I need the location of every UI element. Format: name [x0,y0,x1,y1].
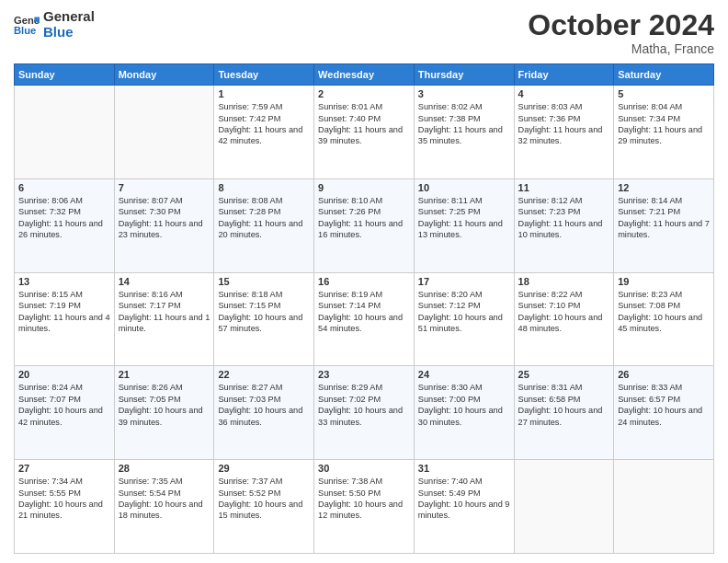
table-row [15,86,115,179]
table-row: 15Sunrise: 8:18 AM Sunset: 7:15 PM Dayli… [214,272,314,366]
day-info: Sunrise: 8:01 AM Sunset: 7:40 PM Dayligh… [318,101,410,147]
table-row: 2Sunrise: 8:01 AM Sunset: 7:40 PM Daylig… [314,86,415,179]
col-sunday: Sunday [15,64,115,86]
day-info: Sunrise: 8:26 AM Sunset: 7:05 PM Dayligh… [119,382,210,428]
day-number: 27 [18,463,110,474]
day-number: 26 [618,369,710,380]
day-info: Sunrise: 8:20 AM Sunset: 7:12 PM Dayligh… [418,289,510,335]
table-row: 5Sunrise: 8:04 AM Sunset: 7:34 PM Daylig… [614,86,714,179]
table-row: 18Sunrise: 8:22 AM Sunset: 7:10 PM Dayli… [514,272,614,366]
table-row: 11Sunrise: 8:12 AM Sunset: 7:23 PM Dayli… [514,178,614,272]
day-number: 11 [518,182,610,193]
table-row: 31Sunrise: 7:40 AM Sunset: 5:49 PM Dayli… [414,460,514,554]
calendar-week-row: 20Sunrise: 8:24 AM Sunset: 7:07 PM Dayli… [15,366,714,460]
day-info: Sunrise: 8:19 AM Sunset: 7:14 PM Dayligh… [318,289,410,335]
day-number: 18 [518,276,610,287]
table-row: 8Sunrise: 8:08 AM Sunset: 7:28 PM Daylig… [214,178,314,272]
day-number: 7 [119,182,210,193]
day-number: 30 [318,463,410,474]
table-row: 17Sunrise: 8:20 AM Sunset: 7:12 PM Dayli… [414,272,514,366]
page: General Blue General Blue October 2024 M… [0,0,728,563]
day-info: Sunrise: 8:33 AM Sunset: 6:57 PM Dayligh… [618,382,710,428]
day-info: Sunrise: 8:31 AM Sunset: 6:58 PM Dayligh… [518,382,610,428]
calendar-week-row: 13Sunrise: 8:15 AM Sunset: 7:19 PM Dayli… [15,272,714,366]
day-info: Sunrise: 8:27 AM Sunset: 7:03 PM Dayligh… [218,382,310,428]
day-number: 22 [218,369,310,380]
day-info: Sunrise: 8:18 AM Sunset: 7:15 PM Dayligh… [218,289,310,335]
day-info: Sunrise: 7:38 AM Sunset: 5:50 PM Dayligh… [318,476,410,522]
day-number: 9 [318,182,410,193]
table-row: 20Sunrise: 8:24 AM Sunset: 7:07 PM Dayli… [15,366,115,460]
day-info: Sunrise: 7:37 AM Sunset: 5:52 PM Dayligh… [218,476,310,522]
day-info: Sunrise: 8:10 AM Sunset: 7:26 PM Dayligh… [318,195,410,241]
table-row: 1Sunrise: 7:59 AM Sunset: 7:42 PM Daylig… [214,86,314,179]
day-number: 6 [18,182,110,193]
calendar-week-row: 27Sunrise: 7:34 AM Sunset: 5:55 PM Dayli… [15,460,714,554]
table-row: 29Sunrise: 7:37 AM Sunset: 5:52 PM Dayli… [214,460,314,554]
day-number: 3 [418,88,510,99]
day-info: Sunrise: 8:08 AM Sunset: 7:28 PM Dayligh… [218,195,310,241]
day-info: Sunrise: 8:24 AM Sunset: 7:07 PM Dayligh… [18,382,110,428]
day-number: 10 [418,182,510,193]
table-row: 9Sunrise: 8:10 AM Sunset: 7:26 PM Daylig… [314,178,415,272]
table-row: 22Sunrise: 8:27 AM Sunset: 7:03 PM Dayli… [214,366,314,460]
day-number: 28 [119,463,210,474]
table-row: 6Sunrise: 8:06 AM Sunset: 7:32 PM Daylig… [15,178,115,272]
calendar-table: Sunday Monday Tuesday Wednesday Thursday… [14,63,714,554]
title-block: October 2024 Matha, France [528,9,714,56]
day-number: 31 [418,463,510,474]
table-row: 7Sunrise: 8:07 AM Sunset: 7:30 PM Daylig… [114,178,214,272]
col-friday: Friday [514,64,614,86]
day-info: Sunrise: 7:59 AM Sunset: 7:42 PM Dayligh… [218,101,310,147]
day-number: 4 [518,88,610,99]
day-number: 25 [518,369,610,380]
day-info: Sunrise: 8:30 AM Sunset: 7:00 PM Dayligh… [418,382,510,428]
day-number: 13 [18,276,110,287]
col-tuesday: Tuesday [214,64,314,86]
day-info: Sunrise: 8:12 AM Sunset: 7:23 PM Dayligh… [518,195,610,241]
col-saturday: Saturday [614,64,714,86]
table-row: 23Sunrise: 8:29 AM Sunset: 7:02 PM Dayli… [314,366,415,460]
day-info: Sunrise: 8:15 AM Sunset: 7:19 PM Dayligh… [18,289,110,335]
table-row: 30Sunrise: 7:38 AM Sunset: 5:50 PM Dayli… [314,460,415,554]
day-info: Sunrise: 8:22 AM Sunset: 7:10 PM Dayligh… [518,289,610,335]
logo-icon: General Blue [14,12,40,38]
col-monday: Monday [114,64,214,86]
calendar-week-row: 6Sunrise: 8:06 AM Sunset: 7:32 PM Daylig… [15,178,714,272]
table-row [514,460,614,554]
col-thursday: Thursday [414,64,514,86]
day-info: Sunrise: 8:07 AM Sunset: 7:30 PM Dayligh… [119,195,210,241]
day-number: 2 [318,88,410,99]
calendar-week-row: 1Sunrise: 7:59 AM Sunset: 7:42 PM Daylig… [15,86,714,179]
day-info: Sunrise: 8:03 AM Sunset: 7:36 PM Dayligh… [518,101,610,147]
day-number: 16 [318,276,410,287]
day-info: Sunrise: 7:40 AM Sunset: 5:49 PM Dayligh… [418,476,510,522]
table-row: 26Sunrise: 8:33 AM Sunset: 6:57 PM Dayli… [614,366,714,460]
table-row: 14Sunrise: 8:16 AM Sunset: 7:17 PM Dayli… [114,272,214,366]
day-info: Sunrise: 8:23 AM Sunset: 7:08 PM Dayligh… [618,289,710,335]
table-row: 13Sunrise: 8:15 AM Sunset: 7:19 PM Dayli… [15,272,115,366]
day-info: Sunrise: 8:04 AM Sunset: 7:34 PM Dayligh… [618,101,710,147]
day-info: Sunrise: 8:02 AM Sunset: 7:38 PM Dayligh… [418,101,510,147]
table-row: 12Sunrise: 8:14 AM Sunset: 7:21 PM Dayli… [614,178,714,272]
day-number: 15 [218,276,310,287]
day-info: Sunrise: 7:34 AM Sunset: 5:55 PM Dayligh… [18,476,110,522]
day-number: 1 [218,88,310,99]
table-row [114,86,214,179]
month-title: October 2024 [528,9,714,41]
day-number: 21 [119,369,210,380]
table-row: 27Sunrise: 7:34 AM Sunset: 5:55 PM Dayli… [15,460,115,554]
day-number: 23 [318,369,410,380]
day-number: 8 [218,182,310,193]
table-row: 16Sunrise: 8:19 AM Sunset: 7:14 PM Dayli… [314,272,415,366]
day-number: 5 [618,88,710,99]
day-info: Sunrise: 8:11 AM Sunset: 7:25 PM Dayligh… [418,195,510,241]
table-row: 10Sunrise: 8:11 AM Sunset: 7:25 PM Dayli… [414,178,514,272]
header: General Blue General Blue October 2024 M… [14,9,714,56]
table-row: 21Sunrise: 8:26 AM Sunset: 7:05 PM Dayli… [114,366,214,460]
table-row: 25Sunrise: 8:31 AM Sunset: 6:58 PM Dayli… [514,366,614,460]
day-number: 29 [218,463,310,474]
svg-text:Blue: Blue [14,24,36,35]
day-info: Sunrise: 8:06 AM Sunset: 7:32 PM Dayligh… [18,195,110,241]
day-info: Sunrise: 8:29 AM Sunset: 7:02 PM Dayligh… [318,382,410,428]
